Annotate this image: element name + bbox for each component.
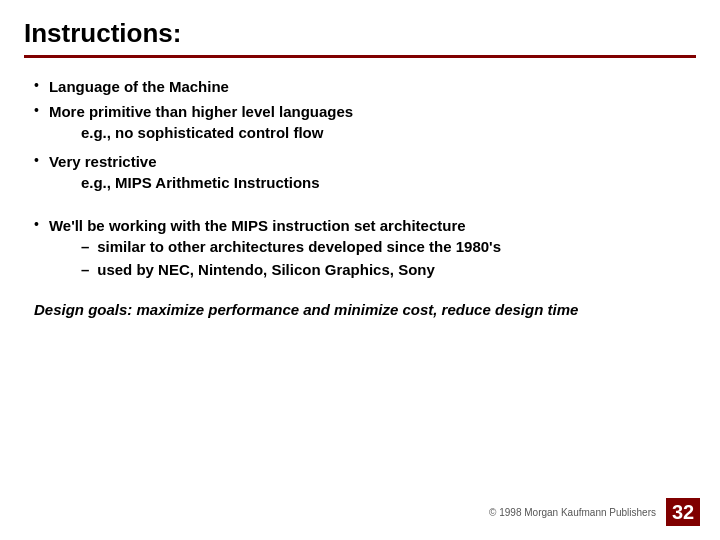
title-divider (24, 55, 696, 58)
bullet-text-3-group: Very restrictive e.g., MIPS Arithmetic I… (49, 151, 320, 197)
bullet-dot-3: • (34, 152, 39, 168)
second-sub-text-2: used by NEC, Nintendo, Silicon Graphics,… (97, 259, 435, 282)
second-bullet-group: • We'll be working with the MIPS instruc… (34, 215, 696, 281)
second-bullet-text-group: We'll be working with the MIPS instructi… (49, 215, 501, 281)
bullet-sub-3: e.g., MIPS Arithmetic Instructions (81, 172, 320, 193)
bullet-item-2: • More primitive than higher level langu… (34, 101, 696, 147)
bullet-text-2: More primitive than higher level languag… (49, 101, 353, 122)
bullet-sub-2: e.g., no sophisticated control flow (81, 122, 353, 143)
bullet-dot-2: • (34, 102, 39, 118)
bullet-text-3: Very restrictive (49, 151, 320, 172)
bullet-dot-4: • (34, 216, 39, 232)
page-number: 32 (666, 498, 700, 526)
first-bullet-group: • Language of the Machine • More primiti… (34, 76, 696, 197)
second-bullet-text: We'll be working with the MIPS instructi… (49, 215, 501, 236)
dash-1: – (81, 236, 89, 259)
second-sub-text-1: similar to other architectures developed… (97, 236, 501, 259)
second-sub-line-2: – used by NEC, Nintendo, Silicon Graphic… (81, 259, 501, 282)
design-goals: Design goals: maximize performance and m… (34, 301, 696, 318)
slide: Instructions: • Language of the Machine … (0, 0, 720, 540)
footer-copyright: © 1998 Morgan Kaufmann Publishers (489, 507, 656, 518)
second-bullet-sub-lines: – similar to other architectures develop… (81, 236, 501, 281)
title-section: Instructions: (24, 18, 696, 58)
bullet-text-1: Language of the Machine (49, 76, 229, 97)
second-sub-line-1: – similar to other architectures develop… (81, 236, 501, 259)
slide-title: Instructions: (24, 18, 696, 49)
dash-2: – (81, 259, 89, 282)
second-bullet-item: • We'll be working with the MIPS instruc… (34, 215, 696, 281)
bullet-item-1: • Language of the Machine (34, 76, 696, 97)
bullet-item-3: • Very restrictive e.g., MIPS Arithmetic… (34, 151, 696, 197)
bullet-dot-1: • (34, 77, 39, 93)
content-section: • Language of the Machine • More primiti… (24, 76, 696, 318)
footer: © 1998 Morgan Kaufmann Publishers 32 (489, 498, 700, 526)
bullet-text-2-group: More primitive than higher level languag… (49, 101, 353, 147)
